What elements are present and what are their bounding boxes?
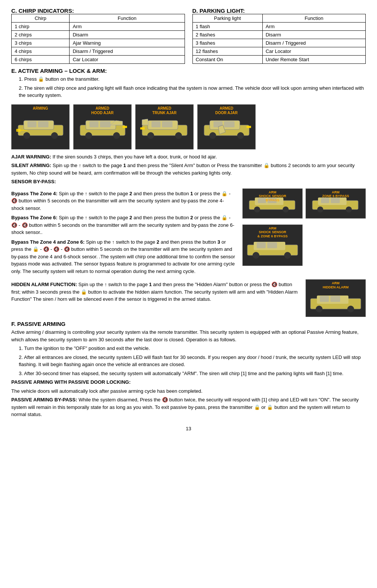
zone46-svg [246, 237, 299, 262]
svg-rect-10 [89, 121, 98, 127]
table-row: 12 flashesCar Locator [192, 47, 366, 56]
svg-point-51 [316, 306, 322, 312]
f-step3: 3. After 30-second timer has elapsed, th… [19, 370, 366, 377]
sensor-bypass-title: SENSOR BY-PASS: [11, 178, 366, 185]
hidden-alarm-svg [309, 291, 362, 315]
cd-section: C. CHIRP INDICATORS: Chirp Function 1 ch… [11, 8, 366, 64]
svg-point-20 [175, 132, 182, 139]
svg-point-46 [284, 252, 291, 259]
svg-point-5 [51, 132, 58, 139]
svg-rect-43 [257, 242, 266, 248]
chirp-col-header: Chirp [12, 14, 70, 23]
table-row: 3 flashesDisarm / Triggered [192, 39, 366, 47]
f-title: F. PASSIVE ARMING [11, 321, 366, 327]
sensor-bypass-section: SENSOR BY-PASS: Bypass The Zone 4: Spin … [11, 178, 366, 276]
svg-rect-21 [140, 127, 145, 130]
f-section: F. PASSIVE ARMING Active arming / disarm… [11, 321, 366, 418]
zone46-text: Bypass The Zone 4 and Zone 6: Spin up th… [11, 238, 236, 275]
zone6-bypass-image: ARMZONE 6 BYPASS [306, 188, 366, 219]
svg-rect-25 [224, 121, 235, 127]
svg-point-27 [237, 132, 244, 139]
hood-ajar-image: ARMEDHOOD AJAR [73, 104, 132, 149]
table-row: Constant OnUnder Remote Start [192, 56, 366, 64]
svg-point-26 [209, 132, 216, 139]
f-intro: Active arming / disarming is controlling… [11, 329, 366, 343]
e-title: E. ACTIVE ARMING – LOCK & ARM: [11, 68, 366, 74]
c-section: C. CHIRP INDICATORS: Chirp Function 1 ch… [11, 8, 185, 64]
svg-rect-49 [320, 296, 329, 302]
zone-images-top: ARMSHOCK SENSORBYPASS ARMZONE 6 BYPASS [242, 188, 366, 219]
table-row: 1 chirpArm [12, 23, 185, 31]
svg-rect-44 [267, 242, 277, 248]
e-section: E. ACTIVE ARMING – LOCK & ARM: 1. Press … [11, 68, 366, 317]
svg-point-52 [347, 306, 354, 312]
page-number: 13 [11, 426, 366, 431]
svg-rect-11 [100, 121, 111, 127]
hood-ajar-label: ARMEDHOOD AJAR [74, 106, 131, 115]
shock-sensor-label: ARMSHOCK SENSORBYPASS [243, 190, 302, 202]
e-step2: 2. The siren will chirp once and parking… [19, 84, 366, 99]
d-title: D. PARKING LIGHT: [192, 8, 366, 14]
svg-point-40 [346, 207, 352, 213]
zone46-bypass-image: ARMSHOCK SENSOR& ZONE 6 BYPASS [242, 225, 303, 266]
hidden-alarm-text: HIDDEN ALARM FUNCTION: Spin up the ↑ swi… [11, 279, 300, 317]
car-images-row: ARMING ARMEDHOOD AJAR [11, 104, 366, 149]
zone46-label: ARMSHOCK SENSOR& ZONE 6 BYPASS [243, 226, 302, 238]
svg-rect-18 [162, 121, 173, 127]
hidden-alarm-label: ARMHIDDEN ALARM [306, 281, 365, 289]
table-row: 4 chirpsDisarm / Triggered [12, 47, 185, 56]
zone6-label: ARMZONE 6 BYPASS [306, 190, 365, 199]
parking-col-header: Parking light [192, 14, 262, 23]
svg-point-33 [254, 207, 260, 213]
d-section: D. PARKING LIGHT: Parking light Function… [192, 8, 366, 64]
zone4-text: Bypass The Zone 4: Spin up the ↑ switch … [11, 190, 236, 212]
c-title: C. CHIRP INDICATORS: [11, 8, 185, 14]
hidden-alarm-section: HIDDEN ALARM FUNCTION: Spin up the ↑ swi… [11, 279, 366, 317]
zone6-text: Bypass The Zone 6: Spin up the ↑ switch … [11, 214, 236, 236]
svg-rect-14 [123, 126, 127, 128]
trunk-car-svg [140, 114, 189, 140]
f-bypass: PASSIVE ARMING BY-PASS: While the system… [11, 396, 366, 418]
arming-image: ARMING [11, 104, 70, 149]
f-step2: 2. After all entrances are closed, the s… [19, 354, 366, 368]
chirp-function-header: Function [70, 14, 185, 23]
svg-point-4 [23, 132, 30, 139]
f-passive-door-text: The vehicle doors will automatically loc… [11, 387, 366, 395]
table-row: 2 flashesDisarm [192, 31, 366, 39]
hidden-alarm-image: ARMHIDDEN ALARM [306, 279, 366, 317]
ajar-warning: AJAR WARNING: If the siren sounds 3 chir… [11, 153, 366, 161]
svg-point-19 [147, 132, 154, 139]
svg-rect-2 [27, 121, 36, 127]
f-passive-door-title: PASSIVE ARMING WITH PASSIVE DOOR LOCKING… [11, 378, 366, 386]
hood-car-svg [78, 114, 127, 140]
parking-table: Parking light Function 1 flashArm 2 flas… [192, 14, 366, 64]
svg-rect-37 [321, 198, 329, 203]
door-ajar-label: ARMEDDOOR AJAR [198, 106, 255, 115]
door-ajar-image: ARMEDDOOR AJAR [197, 104, 256, 149]
hidden-alarm-para: HIDDEN ALARM FUNCTION: Spin up the ↑ swi… [11, 281, 300, 303]
parking-function-header: Function [262, 14, 365, 23]
e-step1: 1. Press 🔒 button on the transmitter. [19, 75, 366, 83]
svg-rect-3 [38, 121, 48, 127]
trunk-ajar-label: ARMEDTRUNK AJAR [136, 106, 193, 115]
svg-rect-50 [330, 296, 340, 302]
svg-rect-17 [151, 121, 160, 127]
arming-label: ARMING [12, 106, 69, 111]
sensor-bypass-text: Bypass The Zone 4: Spin up the ↑ switch … [11, 188, 236, 277]
svg-point-13 [113, 132, 120, 139]
arming-car-svg [16, 114, 65, 140]
silent-arming: SILENT ARMING: Spin up the ↑ switch to t… [11, 162, 366, 176]
svg-point-34 [283, 207, 289, 213]
table-row: 6 chirpsCar Locator [12, 56, 185, 64]
table-row: 3 chirpsAjar Warning [12, 39, 185, 47]
svg-point-45 [253, 252, 259, 259]
table-row: 1 flashArm [192, 23, 366, 31]
sensor-images-col: ARMSHOCK SENSORBYPASS ARMZONE 6 BYPASS [242, 188, 366, 277]
f-step1: 1. Turn the ignition to the "OFF" positi… [19, 345, 366, 352]
svg-rect-28 [247, 126, 251, 128]
table-row: 2 chirpsDisarm [12, 31, 185, 39]
chirp-table: Chirp Function 1 chirpArm 2 chirpsDisarm… [11, 14, 185, 64]
door-car-svg [202, 114, 251, 140]
shock-sensor-bypass-image: ARMSHOCK SENSORBYPASS [242, 188, 303, 219]
svg-rect-6 [16, 129, 21, 132]
